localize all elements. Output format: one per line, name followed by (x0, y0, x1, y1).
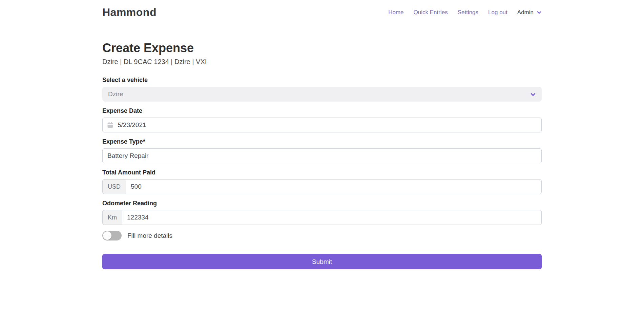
nav-item-logout[interactable]: Log out (488, 9, 507, 16)
brand-logo[interactable]: Hammond (102, 6, 157, 19)
chevron-down-icon (537, 10, 542, 15)
odometer-input[interactable] (122, 210, 542, 225)
expense-type-input[interactable] (102, 148, 542, 163)
expense-type-label: Expense Type* (102, 138, 542, 145)
toggle-knob (103, 231, 111, 240)
vehicle-select-value: Dzire (108, 90, 123, 98)
calendar-icon (107, 122, 113, 128)
total-amount-input[interactable] (126, 179, 542, 194)
main-nav: Home Quick Entries Settings Log out Admi… (388, 9, 542, 16)
odometer-group: Odometer Reading Km (102, 200, 542, 225)
app-header: Hammond Home Quick Entries Settings Log … (0, 0, 644, 24)
user-menu-admin[interactable]: Admin (517, 9, 542, 16)
user-menu-label: Admin (517, 9, 534, 16)
odometer-label: Odometer Reading (102, 200, 542, 207)
page-title: Create Expense (102, 41, 542, 55)
fill-more-details-label: Fill more details (127, 232, 172, 239)
vehicle-select[interactable]: Dzire (102, 87, 542, 102)
currency-prefix: USD (102, 179, 126, 194)
chevron-down-icon (530, 91, 536, 97)
total-amount-label: Total Amount Paid (102, 169, 542, 176)
expense-date-label: Expense Date (102, 107, 542, 114)
vehicle-summary: Dzire | DL 9CAC 1234 | Dzire | VXI (102, 58, 542, 66)
vehicle-select-group: Select a vehicle Dzire (102, 77, 542, 102)
nav-item-home[interactable]: Home (388, 9, 403, 16)
submit-button[interactable]: Submit (102, 254, 542, 269)
expense-date-group: Expense Date (102, 107, 542, 132)
expense-date-input[interactable] (102, 118, 542, 132)
create-expense-form: Select a vehicle Dzire Expense Date (102, 77, 542, 269)
total-amount-group: Total Amount Paid USD (102, 169, 542, 194)
distance-unit-prefix: Km (102, 210, 122, 225)
fill-more-details-toggle[interactable] (102, 231, 122, 240)
more-details-row: Fill more details (102, 231, 542, 240)
expense-type-group: Expense Type* (102, 138, 542, 163)
nav-item-settings[interactable]: Settings (458, 9, 478, 16)
vehicle-select-label: Select a vehicle (102, 77, 542, 84)
nav-item-quick-entries[interactable]: Quick Entries (414, 9, 448, 16)
